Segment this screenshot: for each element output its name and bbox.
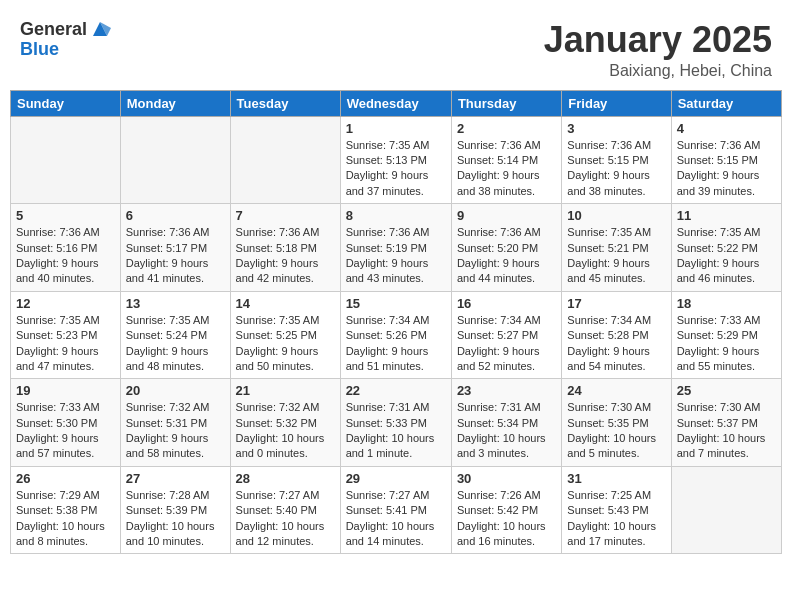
- day-number: 22: [346, 383, 446, 398]
- month-title: January 2025: [544, 20, 772, 60]
- calendar-cell: 29Sunrise: 7:27 AM Sunset: 5:41 PM Dayli…: [340, 466, 451, 554]
- weekday-header-sunday: Sunday: [11, 90, 121, 116]
- day-info: Sunrise: 7:36 AM Sunset: 5:14 PM Dayligh…: [457, 138, 556, 200]
- day-number: 16: [457, 296, 556, 311]
- logo: General Blue: [20, 20, 111, 60]
- day-info: Sunrise: 7:36 AM Sunset: 5:19 PM Dayligh…: [346, 225, 446, 287]
- weekday-header-wednesday: Wednesday: [340, 90, 451, 116]
- calendar-cell: 31Sunrise: 7:25 AM Sunset: 5:43 PM Dayli…: [562, 466, 671, 554]
- calendar-cell: 24Sunrise: 7:30 AM Sunset: 5:35 PM Dayli…: [562, 379, 671, 467]
- day-info: Sunrise: 7:34 AM Sunset: 5:28 PM Dayligh…: [567, 313, 665, 375]
- calendar-cell: 23Sunrise: 7:31 AM Sunset: 5:34 PM Dayli…: [451, 379, 561, 467]
- day-info: Sunrise: 7:36 AM Sunset: 5:15 PM Dayligh…: [567, 138, 665, 200]
- calendar-cell: 20Sunrise: 7:32 AM Sunset: 5:31 PM Dayli…: [120, 379, 230, 467]
- calendar-cell: 5Sunrise: 7:36 AM Sunset: 5:16 PM Daylig…: [11, 204, 121, 292]
- day-info: Sunrise: 7:35 AM Sunset: 5:25 PM Dayligh…: [236, 313, 335, 375]
- calendar-cell: 2Sunrise: 7:36 AM Sunset: 5:14 PM Daylig…: [451, 116, 561, 204]
- day-info: Sunrise: 7:34 AM Sunset: 5:27 PM Dayligh…: [457, 313, 556, 375]
- day-info: Sunrise: 7:32 AM Sunset: 5:31 PM Dayligh…: [126, 400, 225, 462]
- day-info: Sunrise: 7:26 AM Sunset: 5:42 PM Dayligh…: [457, 488, 556, 550]
- location-title: Baixiang, Hebei, China: [544, 62, 772, 80]
- calendar-cell: 28Sunrise: 7:27 AM Sunset: 5:40 PM Dayli…: [230, 466, 340, 554]
- day-number: 27: [126, 471, 225, 486]
- calendar-cell: 14Sunrise: 7:35 AM Sunset: 5:25 PM Dayli…: [230, 291, 340, 379]
- calendar-week-row: 1Sunrise: 7:35 AM Sunset: 5:13 PM Daylig…: [11, 116, 782, 204]
- day-number: 24: [567, 383, 665, 398]
- weekday-header-thursday: Thursday: [451, 90, 561, 116]
- day-info: Sunrise: 7:31 AM Sunset: 5:33 PM Dayligh…: [346, 400, 446, 462]
- header: General Blue January 2025 Baixiang, Hebe…: [10, 10, 782, 85]
- day-info: Sunrise: 7:33 AM Sunset: 5:29 PM Dayligh…: [677, 313, 776, 375]
- calendar-cell: [671, 466, 781, 554]
- weekday-header-monday: Monday: [120, 90, 230, 116]
- calendar-cell: 1Sunrise: 7:35 AM Sunset: 5:13 PM Daylig…: [340, 116, 451, 204]
- calendar-cell: 6Sunrise: 7:36 AM Sunset: 5:17 PM Daylig…: [120, 204, 230, 292]
- logo-general: General: [20, 20, 87, 40]
- calendar-cell: [11, 116, 121, 204]
- day-info: Sunrise: 7:29 AM Sunset: 5:38 PM Dayligh…: [16, 488, 115, 550]
- day-info: Sunrise: 7:30 AM Sunset: 5:37 PM Dayligh…: [677, 400, 776, 462]
- weekday-header-friday: Friday: [562, 90, 671, 116]
- day-number: 5: [16, 208, 115, 223]
- logo-icon: [89, 18, 111, 40]
- calendar-cell: 12Sunrise: 7:35 AM Sunset: 5:23 PM Dayli…: [11, 291, 121, 379]
- day-info: Sunrise: 7:27 AM Sunset: 5:40 PM Dayligh…: [236, 488, 335, 550]
- calendar-cell: 3Sunrise: 7:36 AM Sunset: 5:15 PM Daylig…: [562, 116, 671, 204]
- calendar-cell: 25Sunrise: 7:30 AM Sunset: 5:37 PM Dayli…: [671, 379, 781, 467]
- calendar: SundayMondayTuesdayWednesdayThursdayFrid…: [10, 90, 782, 555]
- day-number: 28: [236, 471, 335, 486]
- day-info: Sunrise: 7:30 AM Sunset: 5:35 PM Dayligh…: [567, 400, 665, 462]
- day-info: Sunrise: 7:35 AM Sunset: 5:13 PM Dayligh…: [346, 138, 446, 200]
- calendar-week-row: 5Sunrise: 7:36 AM Sunset: 5:16 PM Daylig…: [11, 204, 782, 292]
- calendar-cell: 21Sunrise: 7:32 AM Sunset: 5:32 PM Dayli…: [230, 379, 340, 467]
- calendar-week-row: 26Sunrise: 7:29 AM Sunset: 5:38 PM Dayli…: [11, 466, 782, 554]
- day-number: 15: [346, 296, 446, 311]
- calendar-cell: 15Sunrise: 7:34 AM Sunset: 5:26 PM Dayli…: [340, 291, 451, 379]
- day-number: 4: [677, 121, 776, 136]
- day-info: Sunrise: 7:36 AM Sunset: 5:16 PM Dayligh…: [16, 225, 115, 287]
- calendar-cell: 13Sunrise: 7:35 AM Sunset: 5:24 PM Dayli…: [120, 291, 230, 379]
- calendar-cell: 7Sunrise: 7:36 AM Sunset: 5:18 PM Daylig…: [230, 204, 340, 292]
- calendar-cell: 11Sunrise: 7:35 AM Sunset: 5:22 PM Dayli…: [671, 204, 781, 292]
- day-info: Sunrise: 7:32 AM Sunset: 5:32 PM Dayligh…: [236, 400, 335, 462]
- day-number: 20: [126, 383, 225, 398]
- day-number: 14: [236, 296, 335, 311]
- day-number: 10: [567, 208, 665, 223]
- title-block: January 2025 Baixiang, Hebei, China: [544, 20, 772, 80]
- day-info: Sunrise: 7:36 AM Sunset: 5:20 PM Dayligh…: [457, 225, 556, 287]
- calendar-cell: 22Sunrise: 7:31 AM Sunset: 5:33 PM Dayli…: [340, 379, 451, 467]
- calendar-cell: [230, 116, 340, 204]
- calendar-week-row: 19Sunrise: 7:33 AM Sunset: 5:30 PM Dayli…: [11, 379, 782, 467]
- day-number: 2: [457, 121, 556, 136]
- day-number: 26: [16, 471, 115, 486]
- day-number: 30: [457, 471, 556, 486]
- day-info: Sunrise: 7:35 AM Sunset: 5:24 PM Dayligh…: [126, 313, 225, 375]
- day-number: 23: [457, 383, 556, 398]
- day-info: Sunrise: 7:35 AM Sunset: 5:21 PM Dayligh…: [567, 225, 665, 287]
- day-number: 12: [16, 296, 115, 311]
- calendar-cell: 18Sunrise: 7:33 AM Sunset: 5:29 PM Dayli…: [671, 291, 781, 379]
- day-number: 8: [346, 208, 446, 223]
- calendar-cell: [120, 116, 230, 204]
- day-info: Sunrise: 7:36 AM Sunset: 5:15 PM Dayligh…: [677, 138, 776, 200]
- day-number: 18: [677, 296, 776, 311]
- day-info: Sunrise: 7:36 AM Sunset: 5:18 PM Dayligh…: [236, 225, 335, 287]
- logo-blue: Blue: [20, 40, 111, 60]
- day-info: Sunrise: 7:25 AM Sunset: 5:43 PM Dayligh…: [567, 488, 665, 550]
- day-number: 7: [236, 208, 335, 223]
- weekday-header-saturday: Saturday: [671, 90, 781, 116]
- calendar-cell: 16Sunrise: 7:34 AM Sunset: 5:27 PM Dayli…: [451, 291, 561, 379]
- calendar-cell: 19Sunrise: 7:33 AM Sunset: 5:30 PM Dayli…: [11, 379, 121, 467]
- day-info: Sunrise: 7:31 AM Sunset: 5:34 PM Dayligh…: [457, 400, 556, 462]
- day-number: 31: [567, 471, 665, 486]
- day-number: 29: [346, 471, 446, 486]
- calendar-cell: 4Sunrise: 7:36 AM Sunset: 5:15 PM Daylig…: [671, 116, 781, 204]
- day-number: 11: [677, 208, 776, 223]
- day-number: 13: [126, 296, 225, 311]
- day-info: Sunrise: 7:28 AM Sunset: 5:39 PM Dayligh…: [126, 488, 225, 550]
- day-number: 25: [677, 383, 776, 398]
- weekday-header-tuesday: Tuesday: [230, 90, 340, 116]
- day-number: 9: [457, 208, 556, 223]
- calendar-cell: 8Sunrise: 7:36 AM Sunset: 5:19 PM Daylig…: [340, 204, 451, 292]
- calendar-cell: 10Sunrise: 7:35 AM Sunset: 5:21 PM Dayli…: [562, 204, 671, 292]
